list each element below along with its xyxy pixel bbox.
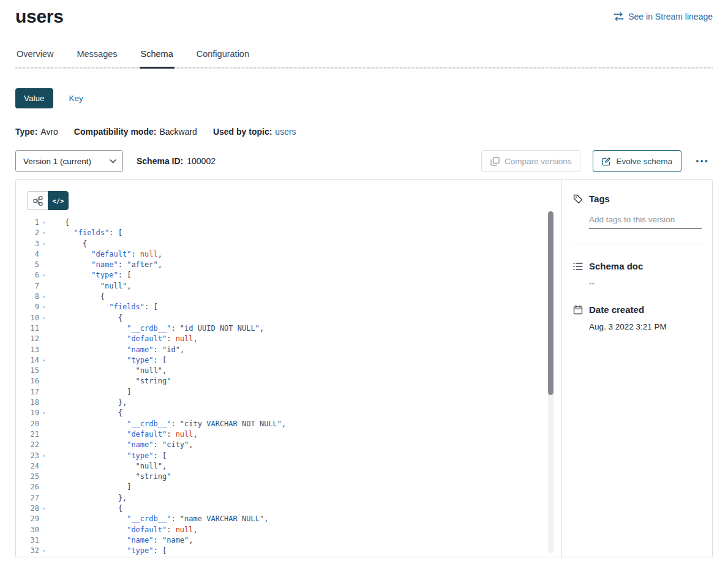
code-text: }, (49, 397, 127, 408)
meta-value: Avro (40, 127, 58, 137)
code-line: 20 "__crdb__": "city VARCHAR NOT NULL", (16, 419, 561, 429)
fold-spacer (39, 472, 49, 482)
details-sidebar: Tags Schema do (561, 180, 712, 557)
tags-title: Tags (589, 194, 610, 204)
fold-toggle-icon[interactable]: ▾ (39, 292, 49, 302)
code-view-icon: </> (53, 197, 64, 205)
line-number: 1 (16, 217, 39, 228)
meta-label: Type: (15, 127, 37, 137)
code-line: 16 "string" (16, 376, 561, 386)
code-text: "__crdb__": "city VARCHAR NOT NULL", (49, 419, 286, 429)
meta-value: Backward (159, 127, 197, 137)
code-view-button[interactable]: </> (48, 191, 69, 210)
fold-spacer (39, 397, 49, 408)
more-actions-button[interactable]: ⋯ (691, 154, 713, 168)
code-text: ] (49, 482, 131, 492)
line-number: 32 (16, 546, 39, 556)
evolve-schema-button[interactable]: Evolve schema (593, 150, 681, 172)
meta-label: Used by topic: (213, 127, 272, 137)
meta-item: Used by topic:users (213, 127, 296, 137)
line-number: 2 (16, 228, 39, 238)
fold-toggle-icon[interactable]: ▾ (39, 503, 49, 514)
fold-toggle-icon[interactable]: ▾ (39, 270, 49, 280)
evolve-schema-label: Evolve schema (616, 157, 672, 166)
fold-spacer (39, 419, 49, 429)
code-text: "string" (49, 376, 171, 386)
fold-spacer (39, 429, 49, 440)
fold-toggle-icon[interactable]: ▾ (39, 546, 49, 556)
fold-spacer (39, 482, 49, 492)
line-number: 21 (16, 429, 39, 440)
code-text: "type": [ (49, 546, 167, 556)
code-text: "name": "after", (49, 260, 162, 270)
fold-toggle-icon[interactable]: ▾ (39, 239, 49, 249)
fold-toggle-icon[interactable]: ▾ (39, 451, 49, 461)
code-line: 22 "name": "city", (16, 440, 561, 450)
fold-toggle-icon[interactable]: ▾ (39, 217, 49, 228)
tab-schema[interactable]: Schema (140, 47, 174, 69)
fold-spacer (39, 514, 49, 524)
line-number: 3 (16, 239, 39, 249)
fold-toggle-icon[interactable]: ▾ (39, 408, 49, 418)
stream-lineage-label: See in Stream lineage (628, 12, 713, 21)
code-line: 5 "name": "after", (16, 260, 561, 270)
schema-doc-icon (573, 262, 583, 271)
schema-doc-header: Schema doc (573, 261, 702, 271)
tab-overview[interactable]: Overview (15, 47, 54, 69)
key-toggle-button[interactable]: Key (66, 93, 87, 104)
tree-view-button[interactable] (27, 191, 48, 210)
topic-link[interactable]: users (275, 127, 296, 137)
add-tags-input[interactable] (589, 215, 702, 229)
tab-configuration[interactable]: Configuration (195, 47, 250, 69)
code-text: "default": null, (49, 429, 198, 440)
fold-spacer (39, 376, 49, 386)
line-number: 17 (16, 387, 39, 397)
schema-doc-section: Schema doc -- (573, 261, 702, 288)
code-line: 28▾ { (16, 503, 561, 514)
line-number: 4 (16, 249, 39, 260)
code-text: "string" (49, 472, 171, 482)
code-text: "name": "city", (49, 440, 193, 450)
schema-editor: </> 1▾{2▾ "fields": [3▾ {4 "default": nu… (16, 180, 561, 557)
scrollbar-thumb[interactable] (548, 211, 554, 395)
tab-messages[interactable]: Messages (75, 47, 118, 69)
date-created-header: Date created (573, 304, 702, 315)
fold-toggle-icon[interactable]: ▾ (39, 355, 49, 366)
stream-lineage-link[interactable]: See in Stream lineage (614, 12, 713, 21)
fold-toggle-icon[interactable]: ▾ (39, 313, 49, 323)
line-number: 30 (16, 525, 39, 535)
page-title: users (15, 6, 64, 27)
fold-spacer (39, 461, 49, 472)
page-header: users See in Stream lineage (15, 0, 713, 27)
code-text: { (49, 408, 122, 418)
editor-scrollbar (548, 211, 554, 553)
fold-toggle-icon[interactable]: ▾ (39, 228, 49, 238)
code-line: 9▾ "fields": [ (16, 302, 561, 312)
fold-spacer (39, 260, 49, 270)
code-line: 10▾ { (16, 313, 561, 323)
line-number: 27 (16, 493, 39, 503)
code-line: 30 "default": null, (16, 525, 561, 535)
schema-id: Schema ID: 100002 (137, 156, 216, 166)
code-line: 21 "default": null, (16, 429, 561, 440)
version-select[interactable]: Version 1 (current) (15, 150, 123, 172)
compare-versions-button[interactable]: Compare versions (481, 150, 581, 172)
line-number: 23 (16, 451, 39, 461)
code-text: { (49, 313, 122, 323)
code-line: 4 "default": null, (16, 249, 561, 260)
line-number: 9 (16, 302, 39, 312)
stream-lineage-icon (614, 12, 624, 21)
code-line: 3▾ { (16, 239, 561, 249)
fold-toggle-icon[interactable]: ▾ (39, 302, 49, 312)
code-text: { (49, 217, 69, 228)
chevron-down-icon (110, 159, 116, 164)
value-toggle-button[interactable]: Value (15, 88, 53, 108)
code-text: { (49, 239, 87, 249)
line-number: 24 (16, 461, 39, 472)
line-number: 8 (16, 292, 39, 302)
fold-spacer (39, 535, 49, 546)
page: users See in Stream lineage OverviewMess… (0, 0, 728, 557)
date-created-title: Date created (589, 304, 644, 315)
code-line: 1▾{ (16, 217, 561, 228)
line-number: 14 (16, 355, 39, 366)
